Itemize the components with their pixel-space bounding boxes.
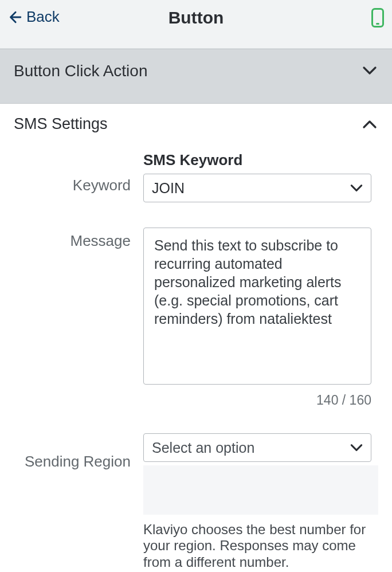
region-select-placeholder: Select an option <box>152 440 254 456</box>
section-title: SMS Settings <box>14 115 108 133</box>
section-button-click-action[interactable]: Button Click Action <box>0 49 392 104</box>
section-title: Button Click Action <box>14 62 147 80</box>
keyword-select[interactable]: JOIN <box>143 174 371 202</box>
back-button[interactable]: Back <box>7 8 60 26</box>
sms-settings-form: Keyword SMS Keyword JOIN Message 140 / 1… <box>0 140 392 570</box>
chevron-down-icon <box>349 440 364 455</box>
chevron-down-icon <box>361 62 378 79</box>
region-helper-text: Klaviyo chooses the best number for your… <box>143 522 371 570</box>
section-sms-settings[interactable]: SMS Settings <box>0 104 392 140</box>
row-message: Message 140 / 160 <box>14 228 378 408</box>
char-counter: 140 / 160 <box>143 393 371 408</box>
row-sending-region: Sending Region Select an option Klaviyo … <box>14 433 378 570</box>
message-textarea[interactable] <box>143 228 371 385</box>
chevron-up-icon <box>361 116 378 133</box>
mobile-preview-icon[interactable] <box>371 8 384 28</box>
region-preview-box <box>143 465 378 515</box>
chevron-down-icon <box>349 181 364 195</box>
row-keyword: Keyword SMS Keyword JOIN <box>14 151 378 202</box>
row-label-keyword: Keyword <box>14 151 143 194</box>
header-bar: Back Button <box>0 0 392 49</box>
row-label-region: Sending Region <box>14 433 143 471</box>
row-label-message: Message <box>14 228 143 250</box>
arrow-left-icon <box>7 10 22 25</box>
region-select[interactable]: Select an option <box>143 433 371 462</box>
field-label-sms-keyword: SMS Keyword <box>143 151 378 169</box>
keyword-select-value: JOIN <box>152 180 185 197</box>
back-label: Back <box>26 8 60 26</box>
